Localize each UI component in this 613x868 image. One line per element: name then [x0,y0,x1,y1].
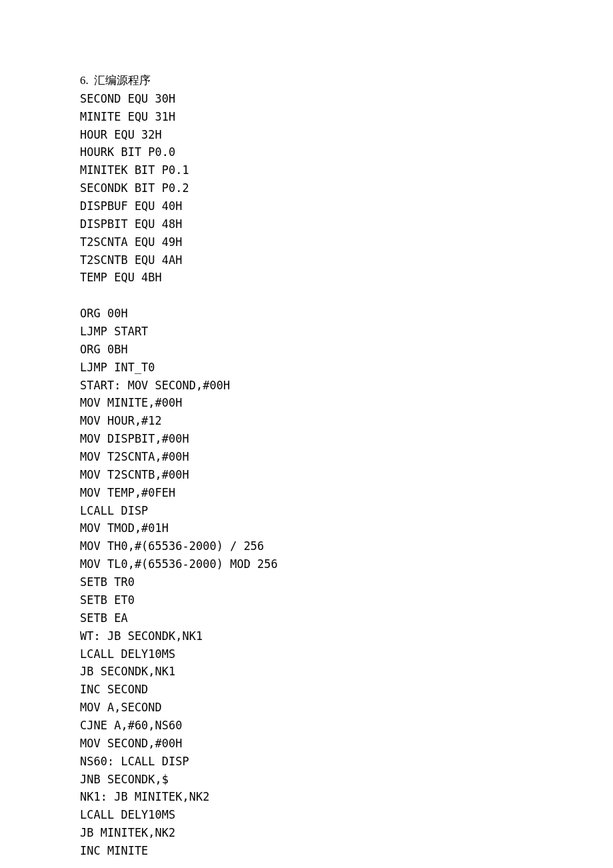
code-line: T2SCNTB EQU 4AH [80,251,520,269]
code-line: SECOND EQU 30H [80,90,520,108]
code-line: MOV DISPBIT,#00H [80,430,520,448]
code-line: MOV SECOND,#00H [80,735,520,753]
code-line: SETB ET0 [80,591,520,609]
code-line: HOUR EQU 32H [80,126,520,144]
code-line: START: MOV SECOND,#00H [80,377,520,395]
code-line: DISPBUF EQU 40H [80,197,520,215]
code-line: SETB EA [80,609,520,627]
section-heading: 6. 汇编源程序 [80,72,520,90]
code-line: JB SECONDK,NK1 [80,663,520,681]
code-line: LCALL DISP [80,502,520,520]
code-line: MOV HOUR,#12 [80,412,520,430]
code-line: ORG 00H [80,305,520,323]
code-line: LJMP START [80,323,520,341]
code-line: DISPBIT EQU 48H [80,215,520,233]
code-line: MOV MINITE,#00H [80,394,520,412]
code-line: MOV A,SECOND [80,699,520,717]
code-line: SECONDK BIT P0.2 [80,179,520,197]
code-line: CJNE A,#60,NS60 [80,717,520,735]
code-line: WT: JB SECONDK,NK1 [80,627,520,645]
code-listing: SECOND EQU 30HMINITE EQU 31HHOUR EQU 32H… [80,90,520,860]
code-line: TEMP EQU 4BH [80,269,520,287]
code-line: MOV TH0,#(65536-2000) / 256 [80,537,520,555]
code-line: T2SCNTA EQU 49H [80,233,520,251]
code-line: MOV T2SCNTA,#00H [80,448,520,466]
code-line: SETB TR0 [80,573,520,591]
code-line: LJMP INT_T0 [80,359,520,377]
code-line: INC SECOND [80,681,520,699]
document-content: 6. 汇编源程序 SECOND EQU 30HMINITE EQU 31HHOU… [80,72,520,860]
code-line: INC MINITE [80,842,520,860]
code-line: LCALL DELY10MS [80,645,520,663]
code-line: MINITEK BIT P0.1 [80,161,520,179]
code-line: ORG 0BH [80,341,520,359]
code-line: MOV TMOD,#01H [80,519,520,537]
code-line: MOV TEMP,#0FEH [80,484,520,502]
code-line: NK1: JB MINITEK,NK2 [80,788,520,806]
code-line: LCALL DELY10MS [80,806,520,824]
code-line: HOURK BIT P0.0 [80,143,520,161]
code-line: MOV TL0,#(65536-2000) MOD 256 [80,555,520,573]
code-line: JB MINITEK,NK2 [80,824,520,842]
code-line: NS60: LCALL DISP [80,753,520,771]
blank-line [80,287,520,305]
code-line: MINITE EQU 31H [80,108,520,126]
code-line: JNB SECONDK,$ [80,771,520,789]
code-line: MOV T2SCNTB,#00H [80,466,520,484]
